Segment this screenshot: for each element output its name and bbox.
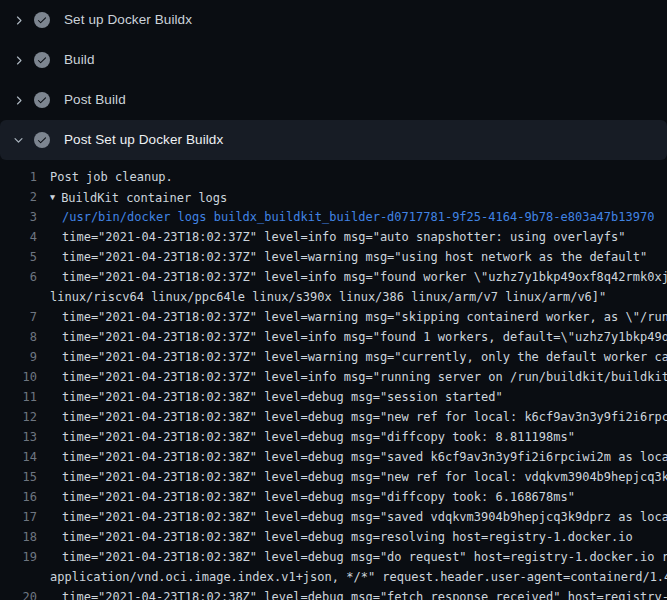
log-text-content: time="2021-04-23T18:02:38Z" level=debug … bbox=[62, 450, 667, 464]
line-number[interactable]: 14 bbox=[0, 447, 37, 467]
log-row[interactable]: 8 time="2021-04-23T18:02:37Z" level=info… bbox=[0, 327, 667, 347]
log-row[interactable]: 4 time="2021-04-23T18:02:37Z" level=info… bbox=[0, 227, 667, 247]
log-text-content: time="2021-04-23T18:02:38Z" level=debug … bbox=[62, 470, 667, 484]
expand-triangle-icon[interactable]: ▼ bbox=[50, 187, 55, 207]
log-text: ▼BuildKit container logs bbox=[37, 187, 227, 207]
log-text: time="2021-04-23T18:02:37Z" level=warnin… bbox=[37, 247, 647, 267]
log-text: time="2021-04-23T18:02:38Z" level=debug … bbox=[37, 427, 575, 447]
log-text-content: time="2021-04-23T18:02:37Z" level=info m… bbox=[62, 230, 626, 244]
line-number[interactable]: 8 bbox=[0, 327, 37, 347]
log-row[interactable]: 20 time="2021-04-23T18:02:38Z" level=deb… bbox=[0, 587, 667, 600]
log-row[interactable]: 15 time="2021-04-23T18:02:38Z" level=deb… bbox=[0, 467, 667, 487]
chevron-down-icon[interactable] bbox=[10, 132, 26, 148]
line-number[interactable]: 2 bbox=[0, 187, 37, 207]
log-row[interactable]: 2 ▼BuildKit container logs bbox=[0, 187, 667, 207]
log-text-content: time="2021-04-23T18:02:37Z" level=warnin… bbox=[62, 350, 667, 364]
step-title: Set up Docker Buildx bbox=[64, 13, 192, 27]
log-text-content: time="2021-04-23T18:02:37Z" level=warnin… bbox=[62, 310, 667, 324]
step-title: Build bbox=[64, 53, 95, 67]
log-text: time="2021-04-23T18:02:38Z" level=debug … bbox=[37, 467, 667, 487]
steps-list: Set up Docker Buildx Build bbox=[0, 0, 667, 600]
log-text-content: BuildKit container logs bbox=[61, 191, 227, 205]
chevron-right-icon[interactable] bbox=[10, 52, 26, 68]
log-text: time="2021-04-23T18:02:38Z" level=debug … bbox=[37, 527, 633, 547]
step-title: Post Set up Docker Buildx bbox=[64, 133, 223, 147]
log-row[interactable]: 7 time="2021-04-23T18:02:37Z" level=warn… bbox=[0, 307, 667, 327]
line-number[interactable] bbox=[0, 567, 37, 587]
log-text: time="2021-04-23T18:02:38Z" level=debug … bbox=[37, 407, 667, 427]
log-text-content: Post job cleanup. bbox=[50, 170, 173, 184]
line-number[interactable]: 17 bbox=[0, 507, 37, 527]
log-text: time="2021-04-23T18:02:38Z" level=debug … bbox=[37, 487, 575, 507]
check-circle-icon bbox=[34, 52, 50, 68]
log-text: time="2021-04-23T18:02:37Z" level=warnin… bbox=[37, 347, 667, 367]
step-header[interactable]: Set up Docker Buildx bbox=[0, 0, 667, 40]
line-number[interactable]: 20 bbox=[0, 587, 37, 600]
log-row[interactable]: 10 time="2021-04-23T18:02:37Z" level=inf… bbox=[0, 367, 667, 387]
log-text: time="2021-04-23T18:02:37Z" level=info m… bbox=[37, 227, 626, 247]
log-text-content: linux/riscv64 linux/ppc64le linux/s390x … bbox=[50, 290, 606, 304]
line-number[interactable]: 1 bbox=[0, 167, 37, 187]
log-text-content: time="2021-04-23T18:02:37Z" level=info m… bbox=[62, 330, 667, 344]
check-circle-icon bbox=[34, 92, 50, 108]
line-number[interactable]: 9 bbox=[0, 347, 37, 367]
log-row[interactable]: 3 /usr/bin/docker logs buildx_buildkit_b… bbox=[0, 207, 667, 227]
log-row[interactable]: 5 time="2021-04-23T18:02:37Z" level=warn… bbox=[0, 247, 667, 267]
log-text-content: /usr/bin/docker logs buildx_buildkit_bui… bbox=[62, 210, 654, 224]
line-number[interactable]: 19 bbox=[0, 547, 37, 567]
log-text-content: application/vnd.oci.image.index.v1+json,… bbox=[50, 570, 667, 584]
log-row[interactable]: 6 time="2021-04-23T18:02:37Z" level=info… bbox=[0, 267, 667, 287]
line-number[interactable]: 16 bbox=[0, 487, 37, 507]
line-number[interactable]: 4 bbox=[0, 227, 37, 247]
line-number[interactable]: 11 bbox=[0, 387, 37, 407]
log-row[interactable]: 13 time="2021-04-23T18:02:38Z" level=deb… bbox=[0, 427, 667, 447]
log-text-content: time="2021-04-23T18:02:37Z" level=warnin… bbox=[62, 250, 647, 264]
log-text-content: time="2021-04-23T18:02:38Z" level=debug … bbox=[62, 590, 667, 600]
log-row[interactable]: 17 time="2021-04-23T18:02:38Z" level=deb… bbox=[0, 507, 667, 527]
line-number[interactable]: 5 bbox=[0, 247, 37, 267]
log-text-content: time="2021-04-23T18:02:38Z" level=debug … bbox=[62, 410, 667, 424]
line-number[interactable]: 7 bbox=[0, 307, 37, 327]
log-text: time="2021-04-23T18:02:38Z" level=debug … bbox=[37, 547, 667, 567]
log-row[interactable]: 12 time="2021-04-23T18:02:38Z" level=deb… bbox=[0, 407, 667, 427]
log-row[interactable]: 9 time="2021-04-23T18:02:37Z" level=warn… bbox=[0, 347, 667, 367]
log-row[interactable]: 16 time="2021-04-23T18:02:38Z" level=deb… bbox=[0, 487, 667, 507]
log-text-content: time="2021-04-23T18:02:38Z" level=debug … bbox=[62, 510, 667, 524]
log-text-content: time="2021-04-23T18:02:38Z" level=debug … bbox=[62, 530, 633, 544]
line-number[interactable]: 18 bbox=[0, 527, 37, 547]
log-text: time="2021-04-23T18:02:38Z" level=debug … bbox=[37, 447, 667, 467]
log-row[interactable]: 19 time="2021-04-23T18:02:38Z" level=deb… bbox=[0, 547, 667, 567]
line-number[interactable]: 15 bbox=[0, 467, 37, 487]
log-row[interactable]: 18 time="2021-04-23T18:02:38Z" level=deb… bbox=[0, 527, 667, 547]
line-number[interactable]: 6 bbox=[0, 267, 37, 287]
log-text-content: time="2021-04-23T18:02:37Z" level=info m… bbox=[62, 370, 667, 384]
log-text: time="2021-04-23T18:02:38Z" level=debug … bbox=[37, 587, 667, 600]
log-row[interactable]: linux/riscv64 linux/ppc64le linux/s390x … bbox=[0, 287, 667, 307]
log-row[interactable]: 1 Post job cleanup. bbox=[0, 167, 667, 187]
log-text: time="2021-04-23T18:02:38Z" level=debug … bbox=[37, 507, 667, 527]
check-circle-icon bbox=[34, 132, 50, 148]
step-header[interactable]: Post Build bbox=[0, 80, 667, 120]
log-row[interactable]: 14 time="2021-04-23T18:02:38Z" level=deb… bbox=[0, 447, 667, 467]
log-text-content: time="2021-04-23T18:02:37Z" level=info m… bbox=[62, 270, 667, 284]
line-number[interactable] bbox=[0, 287, 37, 307]
step-title: Post Build bbox=[64, 93, 126, 107]
workflow-log-viewer: Set up Docker Buildx Build bbox=[0, 0, 667, 600]
chevron-right-icon[interactable] bbox=[10, 92, 26, 108]
log-text-content: time="2021-04-23T18:02:38Z" level=debug … bbox=[62, 430, 575, 444]
line-number[interactable]: 13 bbox=[0, 427, 37, 447]
step-header[interactable]: Post Set up Docker Buildx bbox=[0, 120, 667, 160]
step-header[interactable]: Build bbox=[0, 40, 667, 80]
line-number[interactable]: 10 bbox=[0, 367, 37, 387]
log-row[interactable]: 11 time="2021-04-23T18:02:38Z" level=deb… bbox=[0, 387, 667, 407]
chevron-right-icon[interactable] bbox=[10, 12, 26, 28]
log-text-content: time="2021-04-23T18:02:38Z" level=debug … bbox=[62, 390, 503, 404]
line-number[interactable]: 12 bbox=[0, 407, 37, 427]
log-row[interactable]: application/vnd.oci.image.index.v1+json,… bbox=[0, 567, 667, 587]
log-text: Post job cleanup. bbox=[37, 167, 173, 187]
log-text: time="2021-04-23T18:02:37Z" level=info m… bbox=[37, 267, 667, 287]
log-text-content: time="2021-04-23T18:02:38Z" level=debug … bbox=[62, 550, 667, 564]
line-number[interactable]: 3 bbox=[0, 207, 37, 227]
log-text: time="2021-04-23T18:02:37Z" level=info m… bbox=[37, 327, 667, 347]
log-text: /usr/bin/docker logs buildx_buildkit_bui… bbox=[37, 207, 654, 227]
